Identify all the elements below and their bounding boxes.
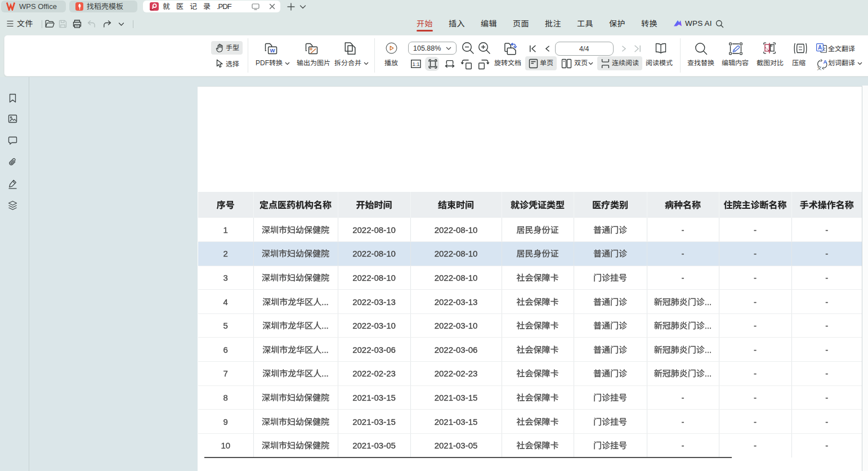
svg-text:A: A bbox=[824, 59, 827, 65]
svg-text:1:1: 1:1 bbox=[412, 61, 419, 67]
svg-text:文: 文 bbox=[817, 66, 821, 70]
svg-text:A: A bbox=[818, 44, 822, 51]
svg-text:W: W bbox=[270, 47, 275, 53]
